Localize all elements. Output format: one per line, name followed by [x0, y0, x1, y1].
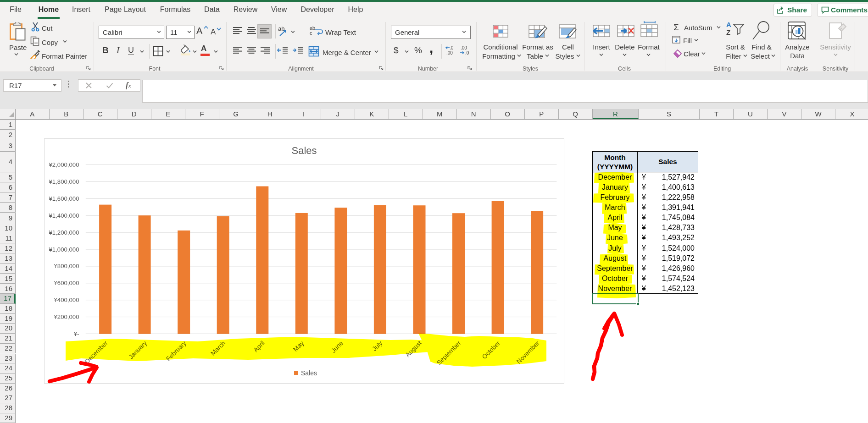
- svg-text:¥200,000: ¥200,000: [53, 313, 79, 320]
- svg-text:.0: .0: [465, 50, 469, 55]
- svg-text:¥600,000: ¥600,000: [53, 280, 79, 286]
- svg-text:Sales: Sales: [301, 369, 317, 377]
- svg-text:¥800,000: ¥800,000: [53, 263, 79, 269]
- svg-text:.0: .0: [450, 45, 454, 50]
- svg-text:¥1,600,000: ¥1,600,000: [48, 195, 79, 202]
- svg-text:¥1,800,000: ¥1,800,000: [48, 178, 79, 185]
- svg-text:¥1,400,000: ¥1,400,000: [48, 212, 79, 219]
- svg-text:¥2,000,000: ¥2,000,000: [48, 161, 79, 168]
- svg-text:Sales: Sales: [291, 145, 317, 156]
- svg-text:¥1,200,000: ¥1,200,000: [48, 229, 79, 236]
- svg-text:¥-: ¥-: [73, 330, 79, 337]
- svg-text:.00: .00: [461, 45, 467, 50]
- svg-text:.00: .00: [446, 50, 453, 55]
- svg-text:¥400,000: ¥400,000: [53, 297, 79, 303]
- svg-text:¥1,000,000: ¥1,000,000: [48, 246, 79, 253]
